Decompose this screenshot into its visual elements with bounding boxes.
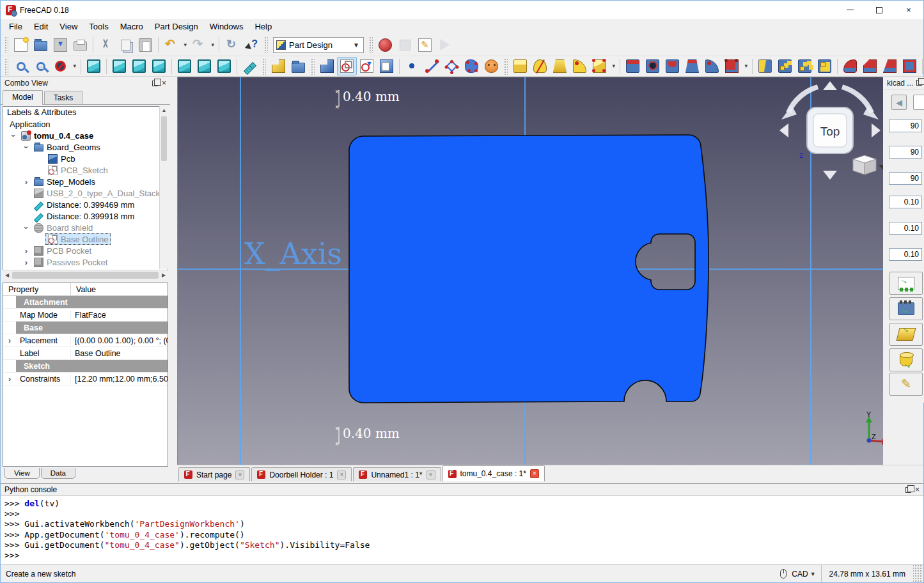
doc-tab-unnamed1[interactable]: Unnamed1 : 1* × — [353, 467, 441, 481]
kicad-export-board-button[interactable] — [889, 323, 923, 346]
paste-button[interactable] — [136, 36, 155, 54]
dimension-label-bottom[interactable]: 0.40 mm — [343, 426, 400, 441]
sketcher-point-button[interactable] — [402, 57, 422, 75]
draft-button[interactable] — [880, 57, 900, 75]
close-tab-icon[interactable]: × — [337, 470, 346, 479]
doc-tab-start-page[interactable]: Start page × — [178, 467, 250, 481]
menu-tools[interactable]: Tools — [83, 20, 114, 33]
scrollbar-thumb[interactable] — [12, 272, 159, 279]
close-tab-icon[interactable]: × — [235, 470, 244, 479]
workbench-selector[interactable]: Part Design ▼ — [273, 37, 364, 53]
tree-item-usb-jack[interactable]: USB_2_0_type_A_Dual_Stacked_jac — [3, 187, 168, 199]
tab-view[interactable]: View — [4, 468, 40, 479]
new-file-button[interactable] — [11, 36, 31, 54]
tab-model[interactable]: Model — [3, 90, 43, 105]
doc-tab-doorbell-holder[interactable]: Doorbell Holder : 1 × — [251, 467, 352, 481]
tree-expander-icon[interactable] — [21, 223, 31, 233]
subtractive-box-button[interactable] — [722, 57, 749, 75]
refresh-button[interactable] — [222, 36, 242, 54]
navigation-style-selector[interactable]: CAD ▼ — [775, 565, 820, 582]
additive-loft-button[interactable] — [550, 57, 570, 75]
property-expander[interactable] — [3, 373, 16, 385]
pad-button[interactable] — [510, 57, 530, 75]
maximize-button[interactable] — [865, 1, 894, 19]
property-expander[interactable] — [3, 322, 16, 334]
property-group-base[interactable]: Base — [3, 322, 168, 334]
subtractive-pipe-button[interactable] — [702, 57, 722, 75]
tree-expander-icon[interactable] — [21, 177, 31, 187]
view-left-button[interactable] — [214, 57, 234, 75]
print-button[interactable] — [70, 36, 90, 54]
fillet-button[interactable] — [840, 57, 860, 75]
tree-item-tomu-case[interactable]: tomu_0.4_case — [3, 130, 168, 141]
macro-stop-button[interactable] — [395, 36, 415, 54]
resize-grip[interactable] — [913, 565, 922, 582]
kicad-offset-y-field[interactable] — [889, 222, 922, 235]
close-button[interactable]: × — [894, 1, 923, 19]
tree-item-distance-1[interactable]: Distance: 0.399469 mm — [3, 199, 168, 210]
create-body-button[interactable] — [317, 57, 337, 75]
undo-button[interactable] — [161, 36, 189, 54]
tree-item-step-models[interactable]: Step_Models — [3, 176, 168, 187]
multitransform-button[interactable] — [815, 57, 834, 75]
kicad-rotation-z-field[interactable] — [889, 172, 922, 185]
create-group-button[interactable] — [288, 57, 308, 75]
tree-item-pcb-pocket[interactable]: PCB Pocket — [3, 245, 168, 256]
property-expander[interactable] — [3, 334, 16, 346]
open-file-button[interactable] — [31, 36, 51, 54]
linear-pattern-button[interactable] — [775, 57, 795, 75]
menu-macro[interactable]: Macro — [114, 20, 149, 33]
tree-item-pcb-sketch[interactable]: PCB_Sketch — [3, 164, 168, 176]
measure-distance-button[interactable] — [240, 57, 260, 75]
menu-file[interactable]: File — [3, 20, 28, 33]
nav-cube-top-label[interactable]: Top — [820, 125, 840, 138]
tab-tasks[interactable]: Tasks — [44, 91, 83, 104]
view-right-button[interactable] — [149, 57, 169, 75]
tree-horizontal-scrollbar[interactable]: ◀ ▶ — [3, 270, 168, 279]
additive-pipe-button[interactable] — [570, 57, 590, 75]
view-rear-button[interactable] — [175, 57, 194, 75]
tree-item-board-shield[interactable]: Board shield — [3, 222, 168, 233]
create-part-button[interactable] — [269, 57, 288, 75]
tree-item-application[interactable]: Application — [3, 118, 168, 130]
sketcher-polyline-button[interactable] — [462, 57, 482, 75]
pocket-button[interactable] — [623, 57, 643, 75]
sketcher-carbon-copy-button[interactable] — [482, 57, 501, 75]
kicad-back-button[interactable]: ◀ — [891, 95, 907, 110]
python-console-body[interactable]: >>> del(tv)>>>>>> Gui.activateWorkbench(… — [1, 496, 923, 563]
edit-sketch-button[interactable] — [357, 57, 377, 75]
macro-record-button[interactable] — [375, 36, 395, 54]
property-map-mode[interactable]: Map Mode FlatFace — [3, 309, 168, 322]
map-sketch-to-face-button[interactable] — [377, 57, 396, 75]
3d-viewport[interactable]: X_Axis × × 0.40 mm × × 0.40 mm — [177, 77, 882, 465]
tree-item-board-geoms[interactable]: Board_Geoms — [3, 141, 168, 153]
view-top-button[interactable] — [129, 57, 149, 75]
property-expander[interactable] — [3, 309, 16, 321]
title-bar[interactable]: FreeCAD 0.18 × — [1, 1, 923, 19]
property-expander[interactable] — [3, 360, 16, 372]
property-expander[interactable] — [3, 347, 16, 359]
menu-edit[interactable]: Edit — [28, 20, 54, 33]
close-tab-icon[interactable]: × — [530, 469, 539, 478]
kicad-rotation-y-field[interactable] — [889, 146, 922, 159]
sketcher-line-button[interactable] — [422, 57, 442, 75]
tree-item-pcb[interactable]: Pcb — [3, 153, 168, 164]
dimension-label-top[interactable]: 0.40 mm — [343, 89, 400, 104]
groove-button[interactable] — [662, 57, 682, 75]
revolution-button[interactable] — [530, 57, 550, 75]
float-panel-icon[interactable] — [152, 81, 158, 86]
tree-item-passives-pocket[interactable]: Passives Pocket — [3, 256, 168, 268]
tree-item-distance-2[interactable]: Distance: 0.399918 mm — [3, 210, 168, 222]
menu-part-design[interactable]: Part Design — [149, 20, 204, 33]
scrollbar-thumb[interactable] — [161, 116, 167, 161]
cut-button[interactable] — [96, 36, 116, 54]
tab-data[interactable]: Data — [41, 468, 75, 479]
kicad-import-component-button[interactable] — [889, 297, 923, 320]
view-bottom-button[interactable] — [194, 57, 214, 75]
menu-view[interactable]: View — [54, 20, 83, 33]
macro-play-button[interactable] — [435, 36, 455, 54]
scroll-up-icon[interactable]: ▲ — [160, 106, 168, 115]
property-label[interactable]: Label Base Outline — [3, 347, 168, 360]
menu-help[interactable]: Help — [249, 20, 278, 33]
redo-button[interactable] — [189, 36, 216, 54]
